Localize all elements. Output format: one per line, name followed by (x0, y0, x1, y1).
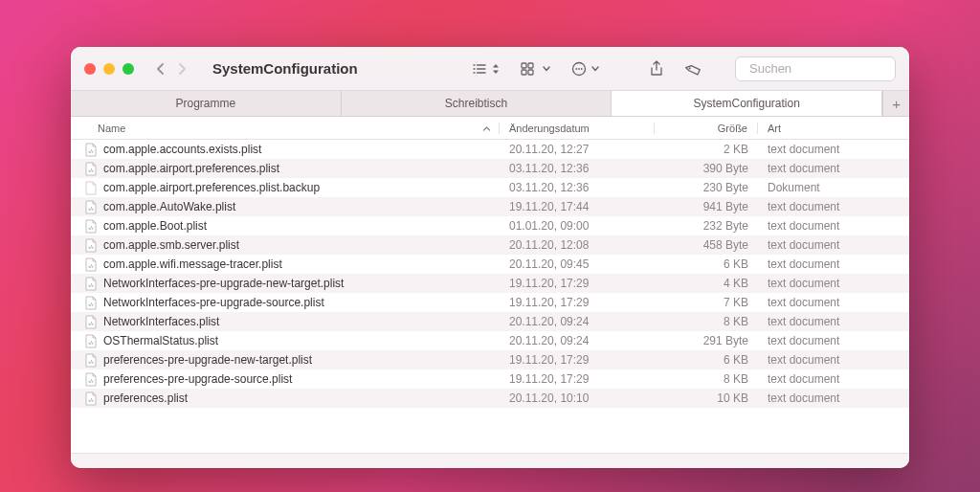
forward-button[interactable] (178, 62, 188, 76)
file-size: 10 KB (655, 391, 758, 405)
file-size: 291 Byte (655, 334, 758, 347)
plist-file-icon: ‹/› (84, 161, 98, 176)
file-name: com.apple.airport.preferences.plist (103, 162, 279, 175)
ellipsis-circle-icon (571, 61, 589, 77)
file-row[interactable]: ‹/›preferences-pre-upgrade-source.plist1… (71, 369, 909, 389)
plist-file-icon: ‹/› (84, 218, 98, 234)
plist-file-icon: ‹/› (84, 142, 98, 157)
svg-point-13 (581, 68, 583, 70)
plist-file-icon: ‹/› (84, 257, 98, 272)
file-row[interactable]: ‹/›com.apple.Boot.plist01.01.20, 09:0023… (71, 216, 909, 235)
file-kind: text document (758, 162, 909, 175)
svg-point-14 (688, 67, 691, 70)
file-size: 8 KB (655, 372, 758, 386)
tab-schreibtisch[interactable]: Schreibtisch (342, 91, 612, 116)
file-kind: text document (758, 219, 909, 233)
file-name: preferences-pre-upgrade-source.plist (103, 372, 292, 386)
nav-arrows (155, 62, 188, 76)
file-row[interactable]: ‹/›com.apple.smb.server.plist20.11.20, 1… (71, 235, 909, 255)
file-size: 4 KB (655, 277, 758, 290)
file-row[interactable]: ‹/›preferences-pre-upgrade-new-target.pl… (71, 350, 909, 369)
file-row[interactable]: ‹/›NetworkInterfaces.plist20.11.20, 09:2… (71, 312, 909, 331)
file-row[interactable]: ‹/›OSThermalStatus.plist20.11.20, 09:242… (71, 331, 909, 350)
svg-text:‹/›: ‹/› (88, 225, 94, 231)
file-row[interactable]: ‹/›NetworkInterfaces-pre-upgrade-source.… (71, 293, 909, 312)
tab-systemconfiguration[interactable]: SystemConfiguration (612, 91, 882, 116)
file-size: 390 Byte (655, 162, 758, 175)
share-button[interactable] (649, 60, 664, 78)
file-date: 19.11.20, 17:44 (500, 200, 655, 213)
svg-rect-8 (522, 70, 526, 75)
svg-text:‹/›: ‹/› (88, 340, 94, 346)
finder-window: SystemConfiguration (71, 47, 909, 468)
column-date[interactable]: Änderungsdatum (500, 123, 655, 134)
svg-text:‹/›: ‹/› (88, 168, 94, 173)
file-size: 8 KB (655, 315, 758, 328)
back-button[interactable] (155, 62, 165, 76)
search-field[interactable] (735, 56, 896, 81)
svg-point-11 (575, 68, 577, 70)
file-name: OSThermalStatus.plist (103, 334, 218, 347)
file-kind: text document (758, 238, 909, 252)
file-date: 20.11.20, 09:24 (500, 315, 655, 328)
file-kind: text document (758, 296, 909, 309)
column-size[interactable]: Größe (655, 123, 758, 134)
file-size: 230 Byte (655, 181, 758, 194)
file-date: 20.11.20, 12:08 (500, 238, 655, 252)
search-input[interactable] (749, 61, 909, 76)
file-name: preferences.plist (103, 391, 188, 405)
file-kind: text document (758, 372, 909, 386)
chevron-down-icon (591, 66, 599, 72)
action-button[interactable] (571, 61, 599, 77)
file-size: 941 Byte (655, 200, 758, 213)
file-kind: text document (758, 391, 909, 405)
file-list: ‹/›com.apple.accounts.exists.plist20.11.… (71, 140, 909, 453)
file-size: 458 Byte (655, 238, 758, 252)
file-kind: text document (758, 200, 909, 213)
svg-rect-6 (522, 63, 526, 68)
plist-file-icon: ‹/› (84, 391, 98, 406)
tag-icon (685, 61, 702, 77)
tab-label: Programme (175, 97, 235, 110)
plist-file-icon: ‹/› (84, 352, 98, 368)
plist-file-icon: ‹/› (84, 276, 98, 291)
new-tab-button[interactable]: + (882, 91, 909, 116)
plus-icon: + (892, 96, 901, 112)
file-date: 19.11.20, 17:29 (500, 372, 655, 386)
file-row[interactable]: ‹/›com.apple.AutoWake.plist19.11.20, 17:… (71, 197, 909, 216)
chevron-down-icon (543, 66, 550, 72)
svg-text:‹/›: ‹/› (88, 263, 94, 269)
file-name: NetworkInterfaces-pre-upgrade-source.pli… (103, 296, 324, 309)
column-label: Änderungsdatum (509, 123, 590, 134)
column-label: Name (98, 123, 125, 134)
column-name[interactable]: Name (71, 123, 500, 134)
document-icon (84, 180, 98, 195)
column-kind[interactable]: Art (758, 123, 909, 134)
file-row[interactable]: ‹/›com.apple.wifi.message-tracer.plist20… (71, 255, 909, 274)
view-list-button[interactable] (472, 62, 500, 76)
zoom-button[interactable] (122, 63, 134, 75)
file-size: 7 KB (655, 296, 758, 309)
file-size: 6 KB (655, 257, 758, 271)
plist-file-icon: ‹/› (84, 199, 98, 214)
tab-programme[interactable]: Programme (71, 91, 342, 116)
file-row[interactable]: ‹/›com.apple.accounts.exists.plist20.11.… (71, 140, 909, 159)
file-name: com.apple.airport.preferences.plist.back… (103, 181, 320, 194)
svg-text:‹/›: ‹/› (88, 397, 94, 403)
file-row[interactable]: ‹/›NetworkInterfaces-pre-upgrade-new-tar… (71, 274, 909, 293)
file-row[interactable]: ‹/›preferences.plist20.11.20, 10:1010 KB… (71, 389, 909, 408)
tags-button[interactable] (685, 61, 702, 77)
file-row[interactable]: ‹/›com.apple.airport.preferences.plist03… (71, 159, 909, 178)
close-button[interactable] (84, 63, 96, 75)
column-label: Art (768, 123, 781, 134)
svg-text:‹/›: ‹/› (88, 359, 94, 365)
tabs: Programme Schreibtisch SystemConfigurati… (71, 91, 909, 117)
svg-rect-7 (528, 63, 533, 68)
file-date: 20.11.20, 12:27 (500, 143, 655, 156)
minimize-button[interactable] (103, 63, 115, 75)
file-row[interactable]: com.apple.airport.preferences.plist.back… (71, 178, 909, 197)
file-size: 6 KB (655, 353, 758, 367)
file-size: 2 KB (655, 143, 758, 156)
column-headers: Name Änderungsdatum Größe Art (71, 117, 909, 140)
group-button[interactable] (521, 62, 550, 76)
